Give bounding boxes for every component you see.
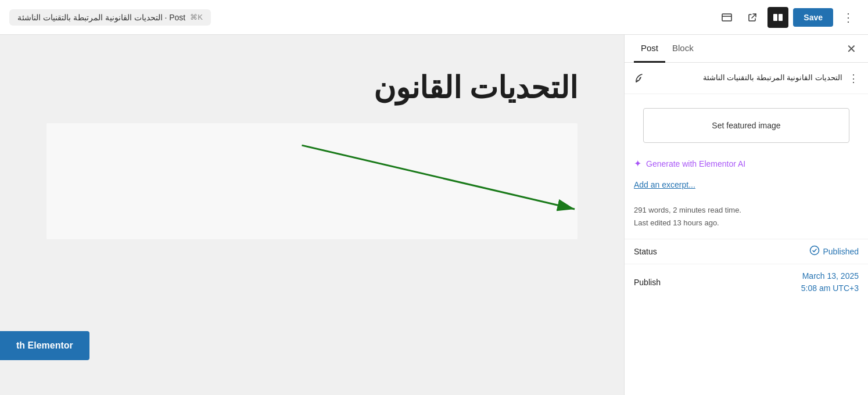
publish-label: Publish bbox=[634, 278, 680, 287]
status-value-group: Published bbox=[809, 245, 859, 258]
sidebar-close-button[interactable]: ✕ bbox=[844, 42, 859, 56]
status-row: Status Published bbox=[625, 239, 868, 264]
post-content-block bbox=[46, 123, 578, 239]
word-count: 291 words, 2 minutes read time. bbox=[634, 204, 859, 217]
external-link-button[interactable] bbox=[742, 7, 763, 28]
set-featured-image-button[interactable]: Set featured image bbox=[643, 108, 849, 143]
publish-date-group: March 13, 2025 5:08 am UTC+3 bbox=[801, 270, 859, 295]
svg-point-5 bbox=[810, 246, 819, 255]
search-bar[interactable]: Post · التحديات القانونية المرتبطة بالتق… bbox=[9, 9, 211, 26]
toolbar: Post · التحديات القانونية المرتبطة بالتق… bbox=[0, 0, 868, 35]
post-icon bbox=[634, 73, 644, 87]
svg-rect-1 bbox=[773, 14, 777, 21]
sidebar: Post Block ✕ التحديات القانونية المرتبطة… bbox=[624, 35, 868, 395]
last-edited: Last edited 13 hours ago. bbox=[634, 217, 859, 229]
sidebar-content: التحديات القانونية المرتبطة بالتقنيات ال… bbox=[625, 63, 868, 395]
publish-time[interactable]: 5:08 am UTC+3 bbox=[801, 282, 859, 295]
status-published-text[interactable]: Published bbox=[823, 247, 859, 256]
post-info-row: التحديات القانونية المرتبطة بالتقنيات ال… bbox=[625, 63, 868, 94]
elementor-ai-icon: ✦ bbox=[634, 158, 641, 169]
elementor-ai-row[interactable]: ✦ Generate with Elementor AI bbox=[625, 150, 868, 177]
add-excerpt-link[interactable]: Add an excerpt... bbox=[634, 180, 695, 189]
publish-date[interactable]: March 13, 2025 bbox=[801, 270, 859, 282]
post-title[interactable]: التحديات القانون bbox=[46, 70, 578, 106]
settings-panel-button[interactable] bbox=[767, 7, 788, 28]
view-button[interactable] bbox=[716, 7, 737, 28]
elementor-ai-label: Generate with Elementor AI bbox=[646, 159, 745, 168]
post-info-title: التحديات القانونية المرتبطة بالتقنيات ال… bbox=[650, 72, 842, 84]
featured-image-label: Set featured image bbox=[712, 121, 780, 130]
svg-rect-2 bbox=[779, 14, 783, 21]
main-layout: التحديات القانون th Elementor Post Block… bbox=[0, 35, 868, 395]
stats-row: 291 words, 2 minutes read time. Last edi… bbox=[625, 198, 868, 239]
sidebar-tabs: Post Block ✕ bbox=[625, 35, 868, 63]
excerpt-row: Add an excerpt... bbox=[625, 177, 868, 198]
save-button[interactable]: Save bbox=[793, 8, 833, 27]
tab-block[interactable]: Block bbox=[665, 35, 701, 63]
post-title-area: التحديات القانون bbox=[0, 35, 624, 106]
publish-row: Publish March 13, 2025 5:08 am UTC+3 bbox=[625, 264, 868, 300]
tab-post[interactable]: Post bbox=[634, 35, 665, 63]
more-options-button[interactable]: ⋮ bbox=[838, 10, 859, 24]
content-area: التحديات القانون th Elementor bbox=[0, 35, 624, 395]
post-more-options-button[interactable]: ⋮ bbox=[848, 72, 859, 85]
svg-rect-0 bbox=[722, 14, 731, 21]
keyboard-shortcut: ⌘K bbox=[190, 13, 203, 21]
edit-with-elementor-button[interactable]: th Elementor bbox=[0, 331, 89, 360]
status-label: Status bbox=[634, 247, 680, 256]
published-check-icon bbox=[809, 245, 820, 258]
search-text: Post · التحديات القانونية المرتبطة بالتق… bbox=[17, 13, 185, 22]
